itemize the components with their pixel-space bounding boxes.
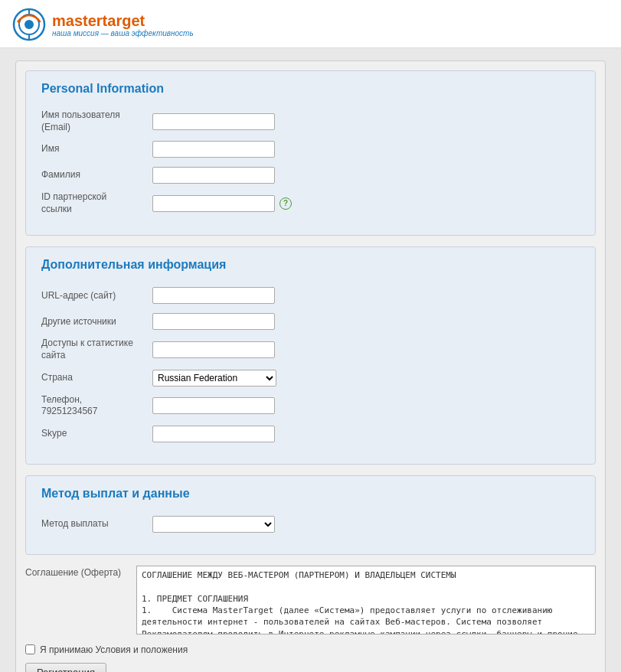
phone-field <box>152 397 580 414</box>
payment-section-title: Метод выплат и данные <box>41 487 580 504</box>
phone-input[interactable] <box>152 397 275 414</box>
stats-access-label: Доступы к статистике сайта <box>41 338 152 361</box>
url-input[interactable] <box>152 287 275 304</box>
partnerid-label: ID партнерскойссылки <box>41 191 152 215</box>
username-input[interactable] <box>152 113 275 130</box>
logo-text: mastertarget наша миссия — ваша эффектив… <box>52 12 194 38</box>
logo-area: mastertarget наша миссия — ваша эффектив… <box>12 8 194 41</box>
agreement-row: Соглашение (Оферта) СОГЛАШЕНИЕ МЕЖДУ ВЕБ… <box>25 566 596 637</box>
agreement-label: Соглашение (Оферта) <box>25 566 136 578</box>
register-button[interactable]: Регистрация <box>25 663 106 672</box>
other-sources-row: Другие источники <box>41 312 580 331</box>
logo-name-part1: master <box>52 12 103 29</box>
phone-label: Телефон,79251234567 <box>41 394 152 418</box>
page-wrapper: mastertarget наша миссия — ваша эффектив… <box>0 0 621 672</box>
svg-point-2 <box>25 20 34 29</box>
stats-access-row: Доступы к статистике сайта <box>41 338 580 361</box>
agreement-content: СОГЛАШЕНИЕ МЕЖДУ ВЕБ-МАСТЕРОМ (ПАРТНЕРОМ… <box>136 566 596 637</box>
logo-tagline: наша миссия — ваша эффективность <box>52 29 194 38</box>
personal-info-title: Personal Information <box>41 82 580 99</box>
firstname-label: Имя <box>41 143 152 155</box>
additional-info-section: Дополнительная информация URL-адрес (сай… <box>25 246 596 464</box>
other-sources-field <box>152 313 580 330</box>
outer-panel: Personal Information Имя пользователя(Em… <box>15 60 606 672</box>
skype-row: Skype <box>41 424 580 444</box>
lastname-field <box>152 167 580 184</box>
payment-section: Метод выплат и данные Метод выплаты WebM… <box>25 475 596 555</box>
firstname-row: Имя <box>41 139 580 159</box>
payment-method-row: Метод выплаты WebMoney Yandex.Money PayP… <box>41 514 580 534</box>
checkbox-row: Я принимаю Условия и положения <box>25 644 596 655</box>
payment-method-select[interactable]: WebMoney Yandex.Money PayPal Bank Transf… <box>152 516 275 533</box>
lastname-row: Фамилия <box>41 165 580 185</box>
logo-name-part2: target <box>103 12 145 29</box>
other-sources-input[interactable] <box>152 313 275 330</box>
logo-name: mastertarget <box>52 12 194 29</box>
country-row: Страна Russian Federation United States … <box>41 368 580 388</box>
firstname-field <box>152 141 580 158</box>
help-icon[interactable]: ? <box>279 197 292 210</box>
partnerid-field: ? <box>152 195 580 212</box>
partnerid-input[interactable] <box>152 195 275 212</box>
stats-access-field <box>152 341 580 358</box>
header: mastertarget наша миссия — ваша эффектив… <box>0 0 621 48</box>
url-row: URL-адрес (сайт) <box>41 285 580 305</box>
payment-method-label: Метод выплаты <box>41 518 152 530</box>
agreement-textarea[interactable]: СОГЛАШЕНИЕ МЕЖДУ ВЕБ-МАСТЕРОМ (ПАРТНЕРОМ… <box>136 566 596 634</box>
svg-marker-5 <box>17 18 20 24</box>
country-field: Russian Federation United States Germany… <box>152 370 580 387</box>
terms-label[interactable]: Я принимаю Условия и положения <box>40 644 188 655</box>
payment-method-field: WebMoney Yandex.Money PayPal Bank Transf… <box>152 516 580 533</box>
other-sources-label: Другие источники <box>41 316 152 328</box>
skype-label: Skype <box>41 428 152 440</box>
lastname-input[interactable] <box>152 167 275 184</box>
country-select[interactable]: Russian Federation United States Germany… <box>152 370 276 387</box>
username-field <box>152 113 580 130</box>
submit-row: Регистрация <box>25 663 596 672</box>
additional-info-title: Дополнительная информация <box>41 258 580 275</box>
username-label: Имя пользователя(Email) <box>41 109 152 133</box>
skype-field <box>152 426 580 442</box>
country-label: Страна <box>41 372 152 384</box>
stats-access-input[interactable] <box>152 341 275 358</box>
lastname-label: Фамилия <box>41 169 152 181</box>
firstname-input[interactable] <box>152 141 275 158</box>
logo-icon <box>12 8 46 41</box>
skype-input[interactable] <box>152 426 275 442</box>
terms-checkbox[interactable] <box>25 644 35 654</box>
url-field <box>152 287 580 304</box>
main-content: Personal Information Имя пользователя(Em… <box>0 48 621 672</box>
partnerid-row: ID партнерскойссылки ? <box>41 191 580 215</box>
username-row: Имя пользователя(Email) <box>41 109 580 133</box>
personal-info-section: Personal Information Имя пользователя(Em… <box>25 70 596 236</box>
url-label: URL-адрес (сайт) <box>41 290 152 302</box>
phone-row: Телефон,79251234567 <box>41 394 580 418</box>
